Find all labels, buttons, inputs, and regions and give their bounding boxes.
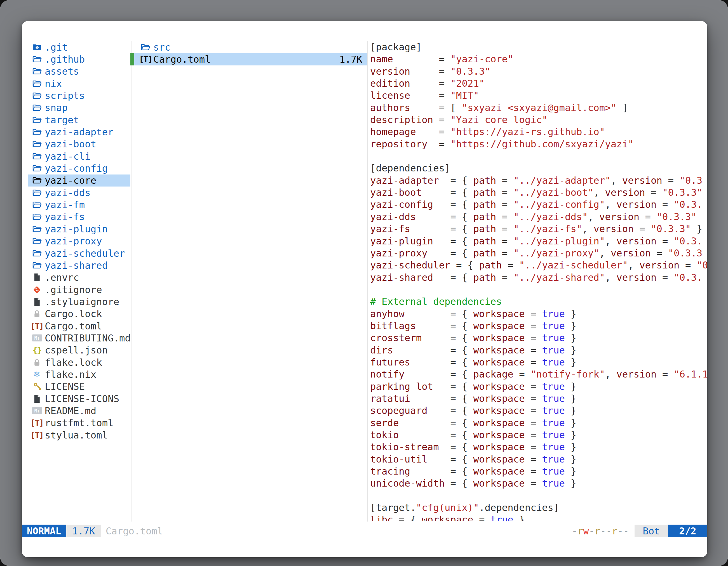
file-size-label: 1.7K: [339, 54, 362, 65]
preview-line: crossterm = { workspace = true }: [370, 332, 707, 344]
item-label: yazi-fm: [45, 199, 85, 210]
preview-line: libc = { workspace = true }: [370, 514, 707, 521]
item-label: flake.lock: [45, 357, 102, 368]
preview-line: anyhow = { workspace = true }: [370, 308, 707, 320]
item-label: yazi-fs: [45, 211, 85, 222]
sidebar-item-.git[interactable]: .git: [28, 41, 130, 53]
git-folder-icon: [31, 42, 43, 53]
sidebar-item-yazi-fm[interactable]: yazi-fm: [28, 199, 130, 211]
sidebar-item-flake.lock[interactable]: flake.lock: [28, 356, 130, 368]
sidebar-item-.styluaignore[interactable]: .styluaignore: [28, 295, 130, 307]
sidebar-item-yazi-cli[interactable]: yazi-cli: [28, 150, 130, 162]
preview-line: tokio-util = { workspace = true }: [370, 453, 707, 465]
folder-icon: [31, 260, 43, 271]
folder-icon: [31, 163, 43, 174]
permissions-text: -rw-r--r--: [572, 525, 629, 537]
nix-icon: ❄: [31, 369, 43, 380]
preview-line: [370, 490, 707, 502]
sidebar-item-README.md[interactable]: M↓README.md: [28, 405, 130, 417]
pane-separator: [367, 41, 368, 522]
preview-line: [370, 283, 707, 295]
item-label: yazi-cli: [45, 151, 91, 162]
toml-icon: [T]: [140, 54, 151, 65]
file-icon: [31, 272, 43, 283]
item-label: yazi-core: [45, 175, 96, 186]
item-label: .styluaignore: [45, 296, 119, 307]
toml-icon: [T]: [31, 429, 43, 441]
preview-line: [dependencies]: [370, 162, 707, 174]
item-label: nix: [45, 78, 62, 89]
sidebar-item-yazi-plugin[interactable]: yazi-plugin: [28, 223, 130, 235]
sidebar-item-yazi-scheduler[interactable]: yazi-scheduler: [28, 247, 130, 259]
item-label: rustfmt.toml: [45, 417, 114, 428]
preview-line: [370, 150, 707, 162]
position-badge: Bot: [635, 525, 668, 537]
item-label: src: [153, 42, 170, 53]
lock-icon: [31, 357, 43, 368]
preview-line: tokio-stream = { workspace = true }: [370, 441, 707, 453]
sidebar-item-Cargo.lock[interactable]: Cargo.lock: [28, 308, 130, 320]
preview-line: yazi-adapter = { path = "../yazi-adapter…: [370, 175, 707, 187]
preview-line: # External dependencies: [370, 295, 707, 307]
item-label: yazi-dds: [45, 187, 91, 198]
item-label: cspell.json: [45, 344, 108, 356]
yazi-app-window: .git.githubassetsnixscriptssnaptargetyaz…: [22, 21, 707, 557]
preview-line: version = "0.3.3": [370, 65, 707, 78]
sidebar-item-yazi-config[interactable]: yazi-config: [28, 162, 130, 174]
preview-line: name = "yazi-core": [370, 53, 707, 65]
sidebar-item-rustfmt.toml[interactable]: [T]rustfmt.toml: [28, 417, 130, 429]
sidebar-item-.envrc[interactable]: .envrc: [28, 272, 130, 283]
sidebar-item-target[interactable]: target: [28, 114, 130, 126]
item-label: yazi-config: [45, 163, 108, 174]
sidebar-item-snap[interactable]: snap: [28, 102, 130, 114]
item-label: .github: [45, 54, 85, 65]
folder-icon: [31, 187, 43, 198]
sidebar-item-scripts[interactable]: scripts: [28, 90, 130, 102]
item-label: stylua.toml: [45, 429, 108, 441]
preview-line: tokio = { workspace = true }: [370, 429, 707, 441]
file-item-Cargo.toml[interactable]: [T]Cargo.toml1.7K: [134, 53, 367, 65]
item-label: assets: [45, 66, 79, 77]
preview-pane[interactable]: [package]name = "yazi-core"version = "0.…: [370, 41, 707, 521]
sidebar-item-LICENSE-ICONS[interactable]: LICENSE-ICONS: [28, 393, 130, 405]
file-item-src[interactable]: src: [131, 41, 367, 53]
sidebar-item-CONTRIBUTING.md[interactable]: M↓CONTRIBUTING.md: [28, 332, 130, 344]
item-label: yazi-proxy: [45, 236, 102, 247]
file-icon: [31, 296, 43, 307]
file-size-badge: 1.7K: [66, 525, 101, 537]
item-label: scripts: [45, 90, 85, 101]
preview-line: yazi-scheduler = { path = "../yazi-sched…: [370, 259, 707, 271]
preview-line: repository = "https://github.com/sxyazi/…: [370, 138, 707, 150]
item-label: .gitignore: [45, 284, 102, 295]
sidebar-item-.github[interactable]: .github: [28, 53, 130, 65]
item-label: LICENSE-ICONS: [45, 393, 119, 404]
page-indicator: 2/2: [668, 525, 707, 537]
folder-icon: [31, 126, 43, 138]
preview-line: notify = { package = "notify-fork", vers…: [370, 368, 707, 380]
parent-pane[interactable]: .git.githubassetsnixscriptssnaptargetyaz…: [22, 41, 131, 441]
item-label: yazi-adapter: [45, 126, 114, 138]
sidebar-item-Cargo.toml[interactable]: [T]Cargo.toml: [28, 320, 130, 332]
sidebar-item-assets[interactable]: assets: [28, 65, 130, 78]
folder-icon: [31, 102, 43, 113]
sidebar-item-yazi-adapter[interactable]: yazi-adapter: [28, 126, 130, 138]
item-label: yazi-scheduler: [45, 248, 125, 259]
sidebar-item-yazi-boot[interactable]: yazi-boot: [28, 138, 130, 150]
preview-line: edition = "2021": [370, 78, 707, 90]
sidebar-item-flake.nix[interactable]: ❄flake.nix: [28, 368, 130, 380]
sidebar-item-yazi-shared[interactable]: yazi-shared: [28, 259, 130, 271]
sidebar-item-.gitignore[interactable]: .gitignore: [28, 283, 130, 295]
current-pane[interactable]: src[T]Cargo.toml1.7K: [131, 41, 367, 65]
sidebar-item-nix[interactable]: nix: [28, 78, 130, 90]
sidebar-item-cspell.json[interactable]: {}cspell.json: [28, 344, 130, 356]
sidebar-item-yazi-fs[interactable]: yazi-fs: [28, 211, 130, 223]
sidebar-item-LICENSE[interactable]: LICENSE: [28, 380, 130, 393]
sidebar-item-stylua.toml[interactable]: [T]stylua.toml: [28, 429, 130, 441]
preview-line: scopeguard = { workspace = true }: [370, 405, 707, 417]
folder-icon: [31, 78, 43, 89]
item-label: target: [45, 114, 79, 126]
sidebar-item-yazi-core[interactable]: yazi-core: [28, 175, 130, 187]
sidebar-item-yazi-dds[interactable]: yazi-dds: [28, 187, 130, 199]
sidebar-item-yazi-proxy[interactable]: yazi-proxy: [28, 235, 130, 247]
item-label: .git: [45, 42, 68, 53]
